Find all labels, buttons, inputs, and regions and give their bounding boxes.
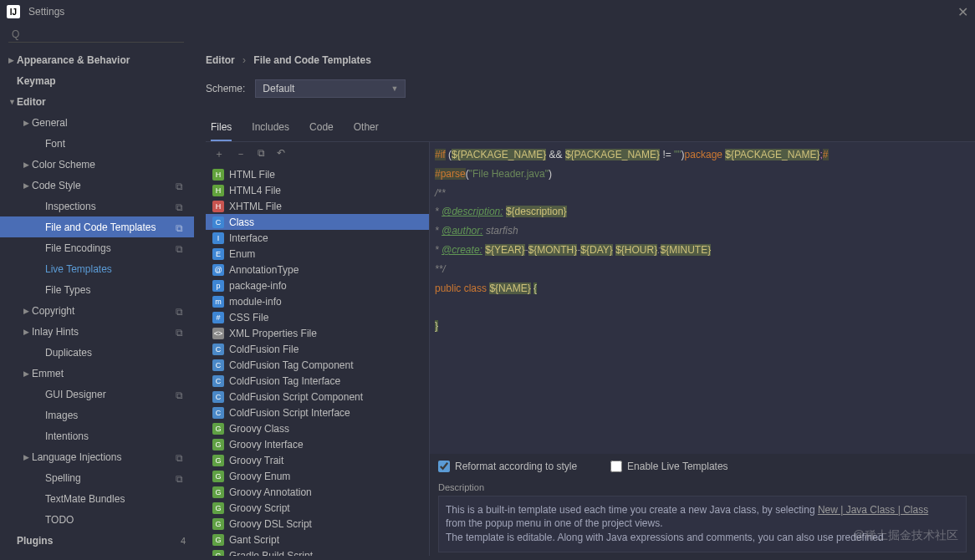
sidebar-item-label: Language Injections [32,451,176,463]
sidebar-item-duplicates[interactable]: Duplicates [0,342,194,363]
sidebar-item-editor[interactable]: ▼Editor [0,91,194,112]
template-item[interactable]: CColdFusion Tag Component [206,357,429,373]
file-type-icon: G [212,534,224,546]
template-label: ColdFusion Script Component [229,391,363,403]
tab-code[interactable]: Code [309,115,334,141]
sidebar-item-keymap[interactable]: Keymap [0,70,194,91]
file-type-icon: G [212,423,224,435]
enable-live-checkbox[interactable]: Enable Live Templates [610,461,728,472]
scheme-select[interactable]: Default ▼ [255,79,406,98]
sidebar: ▶Appearance & BehaviorKeymap▼Editor▶Gene… [0,46,194,556]
template-item[interactable]: @AnnotationType [206,262,429,277]
tree-arrow-icon: ▶ [23,453,32,461]
sidebar-item-todo[interactable]: TODO [0,509,194,530]
sidebar-item-language-injections[interactable]: ▶Language Injections⧉ [0,446,194,467]
template-item[interactable]: GGroovy Class [206,420,429,436]
breadcrumb-editor[interactable]: Editor [206,54,235,66]
template-item[interactable]: #CSS File [206,309,429,325]
file-type-icon: H [212,201,224,212]
template-item[interactable]: ppackage-info [206,277,429,293]
remove-icon[interactable]: － [236,147,246,161]
sidebar-item-file-and-code-templates[interactable]: File and Code Templates⧉ [0,216,194,237]
sidebar-item-appearance-behavior[interactable]: ▶Appearance & Behavior [0,49,194,70]
sidebar-item-images[interactable]: Images [0,405,194,425]
sidebar-item-live-templates[interactable]: Live Templates [0,258,194,279]
tab-other[interactable]: Other [354,115,379,141]
tab-includes[interactable]: Includes [252,115,289,141]
close-icon[interactable]: ✕ [957,4,968,20]
template-item[interactable]: IInterface [206,230,429,246]
template-label: Gant Script [229,534,279,546]
tree-arrow-icon: ▼ [8,98,17,106]
template-item[interactable]: GGradle Build Script [206,547,429,556]
file-type-icon: <> [212,328,224,339]
template-item[interactable]: CClass [206,214,429,230]
sidebar-item-font[interactable]: Font [0,133,194,154]
template-item[interactable]: HHTML4 File [206,182,429,198]
sidebar-item-color-scheme[interactable]: ▶Color Scheme [0,154,194,175]
sidebar-item-plugins[interactable]: Plugins4 [0,530,194,551]
scheme-copy-icon: ⧉ [176,201,186,211]
template-label: package-info [229,280,287,292]
sidebar-item-intentions[interactable]: Intentions [0,425,194,446]
code-area[interactable]: #if (${PACKAGE_NAME} && ${PACKAGE_NAME} … [430,142,975,454]
template-item[interactable]: GGroovy DSL Script [206,516,429,532]
file-type-icon: @ [212,264,224,276]
template-label: HTML4 File [229,185,281,196]
template-item[interactable]: HHTML File [206,166,429,182]
template-item[interactable]: GGroovy Enum [206,468,429,484]
sidebar-item-label: Code Style [32,180,176,191]
template-item[interactable]: GGant Script [206,532,429,547]
sidebar-item-file-encodings[interactable]: File Encodings⧉ [0,237,194,258]
template-label: XML Properties File [229,328,317,339]
template-item[interactable]: EEnum [206,246,429,262]
template-item[interactable]: GGroovy Trait [206,452,429,468]
scheme-copy-icon: ⧉ [176,181,186,191]
template-item[interactable]: CColdFusion Script Component [206,389,429,405]
template-item[interactable]: <>XML Properties File [206,325,429,341]
template-label: ColdFusion File [229,344,299,355]
sidebar-item-spelling[interactable]: Spelling⧉ [0,467,194,488]
file-type-icon: G [212,518,224,530]
template-item[interactable]: HXHTML File [206,198,429,214]
add-icon[interactable]: ＋ [214,147,224,161]
checks-row: Reformat according to style Enable Live … [430,454,975,479]
sidebar-item-file-types[interactable]: File Types [0,279,194,300]
template-item[interactable]: CColdFusion Script Interface [206,405,429,420]
template-item[interactable]: mmodule-info [206,293,429,309]
tab-files[interactable]: Files [211,115,232,141]
sidebar-item-textmate-bundles[interactable]: TextMate Bundles [0,488,194,509]
template-editor: #if (${PACKAGE_NAME} && ${PACKAGE_NAME} … [430,142,975,556]
file-type-icon: C [212,359,224,371]
sidebar-item-label: Images [45,410,194,421]
template-label: Enum [229,248,255,260]
tree-arrow-icon: ▶ [23,328,32,336]
file-type-icon: C [212,391,224,403]
template-items: HHTML FileHHTML4 FileHXHTML FileCClassII… [206,166,429,556]
sidebar-item-general[interactable]: ▶General [0,112,194,133]
sidebar-item-inlay-hints[interactable]: ▶Inlay Hints⧉ [0,321,194,342]
reformat-checkbox[interactable]: Reformat according to style [438,461,577,472]
sidebar-item-label: Copyright [32,305,176,317]
sidebar-item-emmet[interactable]: ▶Emmet [0,363,194,384]
sidebar-item-code-style[interactable]: ▶Code Style⧉ [0,175,194,196]
template-label: Groovy Interface [229,439,304,451]
tree-arrow-icon: ▶ [23,181,32,190]
template-item[interactable]: GGroovy Interface [206,436,429,452]
tree-arrow-icon: ▶ [23,307,32,315]
template-item[interactable]: CColdFusion Tag Interface [206,373,429,389]
template-item[interactable]: CColdFusion File [206,341,429,357]
template-item[interactable]: GGroovy Annotation [206,484,429,500]
sidebar-item-label: File and Code Templates [45,221,176,233]
sidebar-item-inspections[interactable]: Inspections⧉ [0,196,194,216]
undo-icon[interactable]: ↶ [277,147,285,161]
sidebar-item-label: Inlay Hints [32,326,176,338]
search-input[interactable] [8,27,184,43]
tabs: FilesIncludesCodeOther [206,115,975,142]
copy-icon[interactable]: ⧉ [258,147,265,161]
sidebar-item-gui-designer[interactable]: GUI Designer⧉ [0,384,194,405]
template-label: Groovy Class [229,423,289,435]
sidebar-item-copyright[interactable]: ▶Copyright⧉ [0,300,194,321]
file-type-icon: # [212,312,224,323]
template-item[interactable]: GGroovy Script [206,500,429,516]
